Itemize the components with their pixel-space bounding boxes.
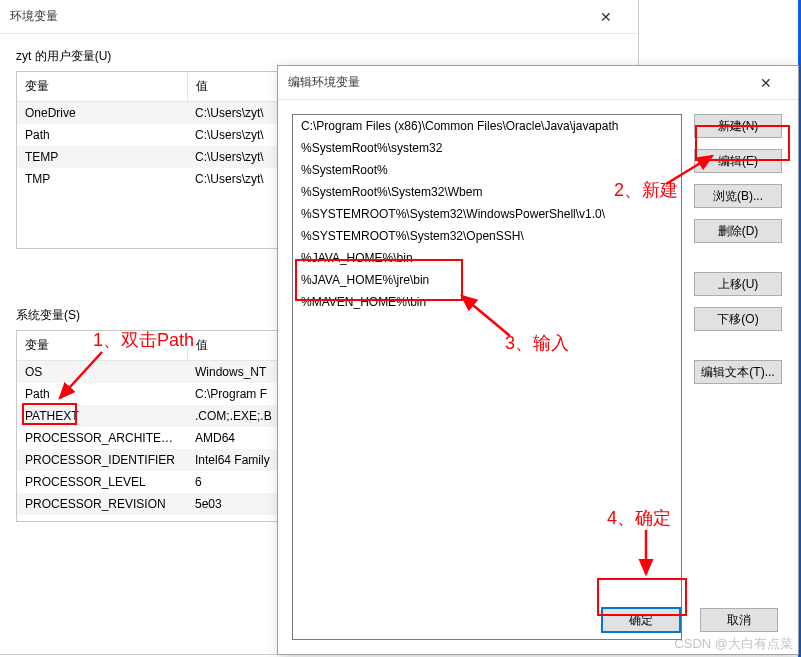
var-name: TEMP xyxy=(17,146,187,168)
parent-title: 环境变量 xyxy=(10,8,584,25)
list-item[interactable]: %JAVA_HOME%\jre\bin xyxy=(293,269,681,291)
edit-bottom-buttons: 确定 取消 xyxy=(602,608,778,632)
list-item[interactable]: C:\Program Files (x86)\Common Files\Orac… xyxy=(293,115,681,137)
delete-button[interactable]: 删除(D) xyxy=(694,219,782,243)
edit-body: C:\Program Files (x86)\Common Files\Orac… xyxy=(278,100,798,654)
path-entries-listbox[interactable]: C:\Program Files (x86)\Common Files\Orac… xyxy=(292,114,682,640)
edit-text-button[interactable]: 编辑文本(T)... xyxy=(694,360,782,384)
cancel-button[interactable]: 取消 xyxy=(700,608,778,632)
var-name: PROCESSOR_LEVEL xyxy=(17,471,187,493)
var-name: Path xyxy=(17,124,187,146)
list-item[interactable]: %SystemRoot% xyxy=(293,159,681,181)
var-name: PATHEXT xyxy=(17,405,187,427)
edit-button-column: 新建(N) 编辑(E) 浏览(B)... 删除(D) 上移(U) 下移(O) 编… xyxy=(694,114,784,640)
var-name: PROCESSOR_REVISION xyxy=(17,493,187,515)
col-name[interactable]: 变量 xyxy=(17,331,187,361)
browse-button[interactable]: 浏览(B)... xyxy=(694,184,782,208)
var-name: OneDrive xyxy=(17,102,187,125)
var-name: OS xyxy=(17,361,187,384)
var-name: TMP xyxy=(17,168,187,190)
ok-button[interactable]: 确定 xyxy=(602,608,680,632)
parent-titlebar: 环境变量 ✕ xyxy=(0,0,638,34)
close-icon[interactable]: ✕ xyxy=(744,75,788,91)
user-vars-label: zyt 的用户变量(U) xyxy=(16,48,622,65)
edit-title: 编辑环境变量 xyxy=(288,74,744,91)
list-item[interactable]: %SYSTEMROOT%\System32\WindowsPowerShell\… xyxy=(293,203,681,225)
list-item[interactable]: %JAVA_HOME%\bin xyxy=(293,247,681,269)
close-icon[interactable]: ✕ xyxy=(584,9,628,25)
edit-env-var-dialog: 编辑环境变量 ✕ C:\Program Files (x86)\Common F… xyxy=(277,65,799,655)
new-button[interactable]: 新建(N) xyxy=(694,114,782,138)
var-name: PROCESSOR_IDENTIFIER xyxy=(17,449,187,471)
edit-button[interactable]: 编辑(E) xyxy=(694,149,782,173)
watermark: CSDN @大白有点菜 xyxy=(674,635,793,653)
col-name[interactable]: 变量 xyxy=(17,72,187,102)
list-item[interactable]: %SystemRoot%\system32 xyxy=(293,137,681,159)
edit-titlebar: 编辑环境变量 ✕ xyxy=(278,66,798,100)
var-name: PROCESSOR_ARCHITECT... xyxy=(17,427,187,449)
list-item[interactable]: %MAVEN_HOME%\bin xyxy=(293,291,681,313)
move-down-button[interactable]: 下移(O) xyxy=(694,307,782,331)
list-item[interactable]: %SYSTEMROOT%\System32\OpenSSH\ xyxy=(293,225,681,247)
move-up-button[interactable]: 上移(U) xyxy=(694,272,782,296)
var-name: Path xyxy=(17,383,187,405)
list-item[interactable]: %SystemRoot%\System32\Wbem xyxy=(293,181,681,203)
